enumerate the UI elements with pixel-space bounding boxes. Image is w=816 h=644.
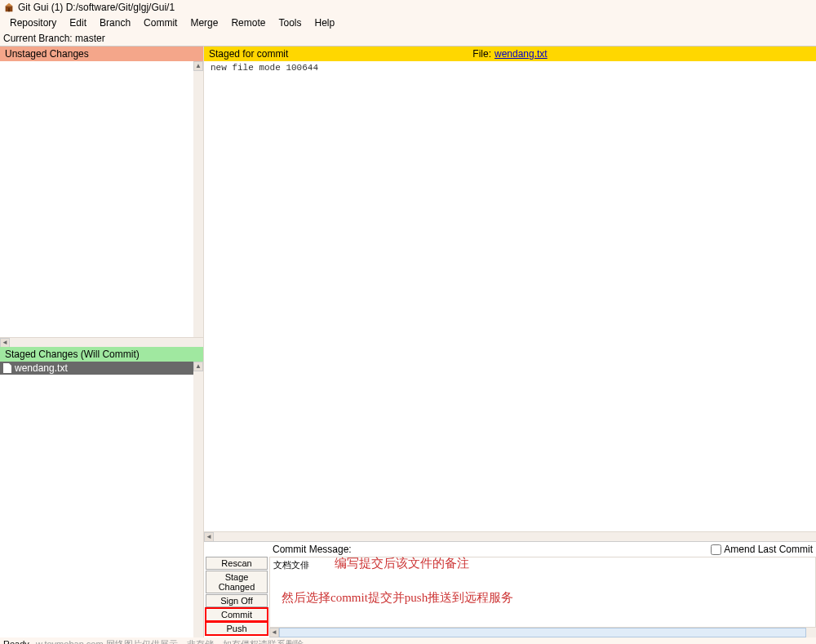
commit-msg-label: Commit Message: xyxy=(273,544,352,555)
push-button[interactable]: Push xyxy=(206,622,268,635)
status-watermark: w.toymoban.com 网络图片仅供展示，非存储，如有侵权请联系删除。 xyxy=(36,639,313,644)
app-icon xyxy=(3,2,15,13)
rescan-button[interactable]: Rescan xyxy=(206,557,268,570)
commit-button[interactable]: Commit xyxy=(206,608,268,621)
scrollbar-h[interactable]: ◄ xyxy=(204,531,816,541)
staged-header: Staged Changes (Will Commit) xyxy=(0,347,203,362)
commit-buttons: Rescan Stage Changed Sign Off Commit Pus… xyxy=(204,542,269,637)
menu-remote[interactable]: Remote xyxy=(224,16,272,30)
sign-off-button[interactable]: Sign Off xyxy=(206,594,268,607)
menu-repository[interactable]: Repository xyxy=(3,16,63,30)
menu-branch[interactable]: Branch xyxy=(93,16,137,30)
scrollbar-v[interactable]: ▲ xyxy=(193,61,203,337)
diff-staged-label: Staged for commit xyxy=(209,48,472,60)
commit-area: Rescan Stage Changed Sign Off Commit Pus… xyxy=(204,541,816,637)
branch-bar: Current Branch: master xyxy=(0,31,816,47)
status-ready: Ready. xyxy=(3,639,31,644)
diff-content: new file mode 100644 xyxy=(211,63,318,73)
stage-changed-button[interactable]: Stage Changed xyxy=(206,571,268,593)
window-titlebar: Git Gui (1) D:/software/Git/glgj/Gui/1 xyxy=(0,0,816,15)
staged-file-name: wendang.txt xyxy=(15,362,68,374)
menubar: Repository Edit Branch Commit Merge Remo… xyxy=(0,15,816,31)
scrollbar-h[interactable]: ◄ xyxy=(0,337,203,347)
menu-tools[interactable]: Tools xyxy=(272,16,308,30)
menu-edit[interactable]: Edit xyxy=(63,16,93,30)
unstaged-header: Unstaged Changes xyxy=(0,47,203,61)
window-title: Git Gui (1) D:/software/Git/glgj/Gui/1 xyxy=(18,2,175,13)
amend-label: Amend Last Commit xyxy=(724,544,813,555)
scrollbar-h[interactable]: ◄ xyxy=(269,628,816,637)
commit-msg-input[interactable]: 文档文俳 xyxy=(269,557,816,628)
statusbar: Ready.w.toymoban.com 网络图片仅供展示，非存储，如有侵权请联… xyxy=(0,637,816,644)
unstaged-panel: ▲ xyxy=(0,61,203,337)
commit-msg-value: 文档文俳 xyxy=(273,561,309,571)
menu-merge[interactable]: Merge xyxy=(184,16,224,30)
scrollbar-v[interactable]: ▲ xyxy=(193,362,203,637)
staged-panel: wendang.txt ▲ xyxy=(0,362,203,637)
svg-rect-1 xyxy=(8,8,10,11)
menu-help[interactable]: Help xyxy=(308,16,341,30)
commit-msg-header: Commit Message: Amend Last Commit xyxy=(269,542,816,557)
diff-file-label: File: xyxy=(472,48,491,60)
diff-body: new file mode 100644 xyxy=(204,61,816,531)
amend-checkbox[interactable] xyxy=(711,544,721,555)
file-icon xyxy=(3,363,11,373)
staged-file-item[interactable]: wendang.txt xyxy=(0,362,203,375)
diff-file-link[interactable]: wendang.txt xyxy=(494,48,548,60)
diff-header: Staged for commit File: wendang.txt xyxy=(204,47,816,61)
menu-commit[interactable]: Commit xyxy=(137,16,184,30)
